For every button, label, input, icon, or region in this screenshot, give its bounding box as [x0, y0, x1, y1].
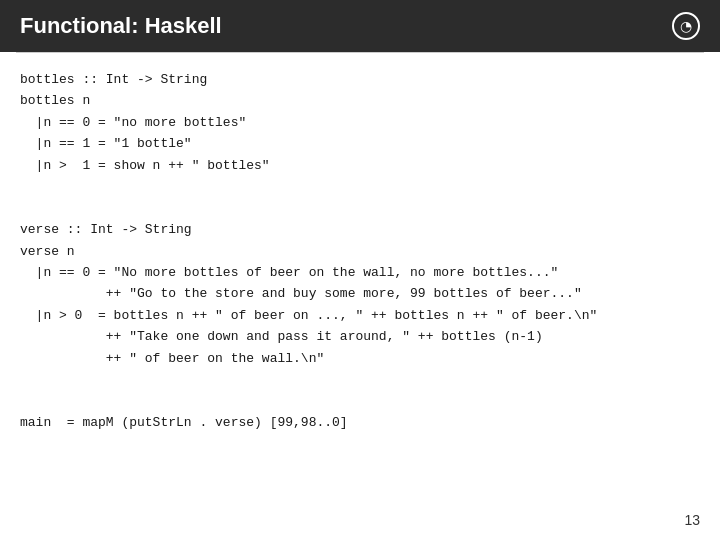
page-number: 13 [684, 512, 700, 528]
header-icon: ◔ [672, 12, 700, 40]
header: Functional: Haskell ◔ [0, 0, 720, 52]
code-content: bottles :: Int -> String bottles n |n ==… [0, 53, 720, 449]
code-block: bottles :: Int -> String bottles n |n ==… [20, 69, 700, 433]
clock-icon: ◔ [680, 18, 692, 34]
header-title: Functional: Haskell [20, 13, 222, 39]
